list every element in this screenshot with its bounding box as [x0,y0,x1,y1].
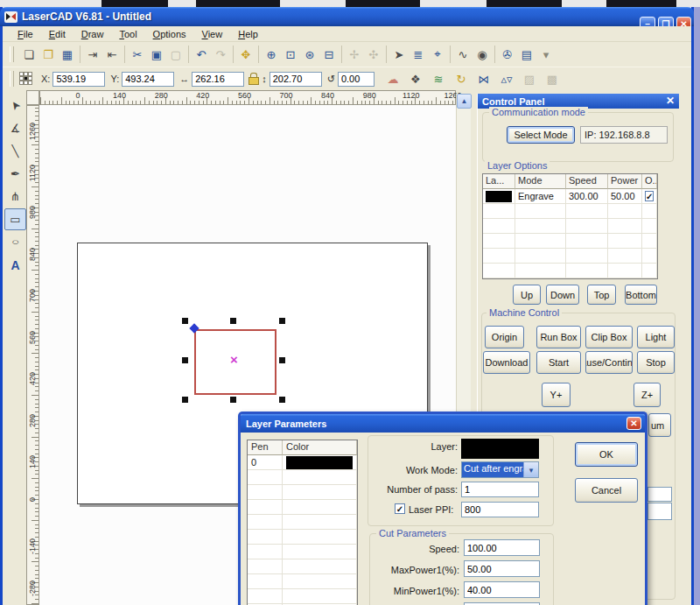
select-mode-button[interactable]: Select Mode [507,126,575,144]
height-input[interactable] [270,72,322,87]
titlebar[interactable]: LaserCAD V6.81 - Untitled – ❐ ✕ [0,7,694,26]
display-icon[interactable]: ▤ [517,45,536,64]
handle-middle-left[interactable] [182,357,188,363]
rotate-input[interactable] [338,72,374,87]
line-tool[interactable]: ╲ [4,140,26,162]
zoom-in-icon[interactable]: ⊕ [262,45,281,64]
handle-top-right[interactable] [279,318,285,324]
partially-hidden-field[interactable] [648,487,672,502]
x-input[interactable] [52,72,105,87]
menu-options[interactable]: Options [145,28,194,40]
menu-edit[interactable]: Edit [41,28,74,40]
output-checkbox[interactable]: ✓ [645,191,654,201]
handle-bottom-middle[interactable] [230,397,236,403]
undo-icon[interactable]: ↶ [192,45,211,64]
pause-continue-button[interactable]: Pause/Continue [585,351,633,374]
y-input[interactable] [122,72,174,87]
menu-view[interactable]: View [194,28,231,40]
handle-top-middle[interactable] [230,318,236,324]
mirror-vertical-icon[interactable]: ▵▿ [497,69,516,88]
lock-ratio-icon[interactable] [248,73,258,85]
pick-object-icon[interactable]: ⌖ [428,45,447,64]
laser-ppi-input[interactable] [461,502,539,517]
cut-icon[interactable]: ✂ [128,45,147,64]
number-of-pass-input[interactable] [461,482,539,497]
open-icon[interactable]: ❐ [38,45,58,64]
partially-hidden-field[interactable] [648,503,672,520]
mirror-horizontal-icon[interactable]: ⋈ [474,69,494,88]
minpower-input[interactable] [464,581,540,598]
export-icon[interactable]: ⇤ [102,45,122,64]
speed-input[interactable] [464,539,540,556]
stop-button[interactable]: Stop [637,351,675,374]
pen-color-table[interactable]: PenColor0 [247,440,358,605]
pen-number-cell[interactable]: 0 [248,455,283,470]
up-button[interactable]: Up [513,285,541,305]
curve-node-icon[interactable]: ∿ [453,45,472,64]
menu-draw[interactable]: Draw [74,28,112,40]
handle-bottom-left[interactable] [182,397,188,403]
rectangle-tool[interactable]: ▭ [4,208,26,230]
chevron-down-icon[interactable]: ▾ [523,462,538,477]
down-button[interactable]: Down [546,285,579,305]
origin-button[interactable]: Origin [485,326,524,348]
layer-speed-cell[interactable]: 300.00 [566,189,608,204]
cancel-button[interactable]: Cancel [575,478,638,503]
light-button[interactable]: Light [637,326,675,348]
bottom-button[interactable]: Bottom [625,285,657,305]
import-icon[interactable]: ⇥ [83,45,102,64]
layer-color-swatch[interactable] [486,191,512,202]
stamp-icon[interactable]: ☁ [383,69,402,88]
ellipse-tool[interactable]: ○ [4,231,26,253]
layer-power-cell[interactable]: 50.00 [608,189,642,204]
menu-file[interactable]: File [10,28,41,40]
layers-icon[interactable]: ≋ [429,69,448,88]
copy-icon[interactable]: ▣ [147,45,166,64]
dialog-close-button[interactable]: ✕ [626,417,641,430]
handle-bottom-right[interactable] [279,397,285,403]
handle-middle-right[interactable] [279,357,285,363]
node-edit-tool[interactable]: ∡ [4,117,26,139]
select-tool[interactable]: ➤ [4,95,26,116]
top-button[interactable]: Top [587,285,616,305]
control-panel-close-icon[interactable]: ✕ [666,95,675,107]
y-plus-button[interactable]: Y+ [542,383,570,407]
pan-icon[interactable]: ✥ [236,45,256,64]
download-button[interactable]: Download [483,351,530,374]
partially-hidden-button[interactable]: um [648,413,671,437]
pen-color-swatch[interactable] [286,456,353,469]
menu-help[interactable]: Help [230,28,266,40]
start-button[interactable]: Start [536,351,581,374]
clip-box-button[interactable]: Clip Box [585,326,633,348]
layer-color-swatch[interactable] [461,439,539,459]
array-copy-icon[interactable]: ❖ [406,69,425,88]
scroll-up-button[interactable]: ▲ [457,94,472,109]
pick-pen-icon[interactable]: ➤ [389,45,409,64]
layer-color-cell[interactable] [483,189,515,204]
ok-button[interactable]: OK [575,442,638,467]
layer-list-icon[interactable]: ≣ [409,45,428,64]
bezier-tool[interactable]: ⋔ [4,186,26,208]
new-icon[interactable]: ❏ [19,45,38,64]
run-box-button[interactable]: Run Box [536,326,581,348]
laser-ppi-checkbox[interactable]: ✓ [395,503,405,514]
dot-circle-icon[interactable]: ◉ [472,45,492,64]
handle-top-left[interactable] [182,318,188,324]
toolbar-overflow-icon[interactable]: ▾ [536,45,556,64]
text-tool[interactable]: A [4,254,26,276]
menu-tool[interactable]: Tool [111,28,144,40]
layer-options-table[interactable]: La...ModeSpeedPowerO...Engrave300.0050.0… [482,173,658,279]
save-icon[interactable]: ▦ [58,45,77,64]
width-input[interactable] [192,72,244,87]
work-mode-dropdown[interactable]: Cut after engrave ▾ [461,461,539,478]
dialog-titlebar[interactable]: Layer Parameters ✕ [241,414,645,433]
device-icon[interactable]: ✇ [498,45,517,64]
layer-output-cell[interactable]: ✓ [642,189,657,204]
anchor-point-icon[interactable] [19,72,34,87]
maxpower-input[interactable] [464,560,540,577]
pen-color-cell[interactable] [283,455,357,470]
z-plus-button[interactable]: Z+ [634,383,661,407]
rotate-hand-icon[interactable]: ↻ [452,69,471,88]
layer-mode-cell[interactable]: Engrave [515,189,566,204]
zoom-window-icon[interactable]: ⊡ [281,45,300,64]
